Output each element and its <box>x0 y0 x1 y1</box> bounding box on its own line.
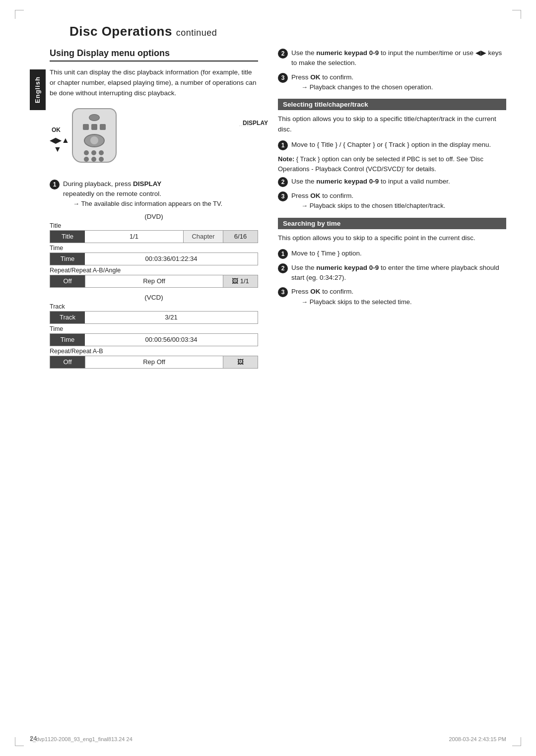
dvd-title-c2: 1/1 <box>85 231 183 243</box>
remote-diagram: OK ·········· ······ DISPLAY ◀▶▲▼ <box>50 106 258 170</box>
footer-right: 2008-03-24 2:43:15 PM <box>449 736 506 742</box>
rg3 <box>99 150 104 155</box>
sub1-heading: Selecting title/chaper/track <box>278 99 506 110</box>
step2-content: Use the numeric keypad 0-9 to input the … <box>291 48 506 68</box>
remote-btn-s1 <box>83 124 89 130</box>
dvd-label: (DVD) <box>50 213 258 220</box>
remote-btn-row1 <box>83 124 106 130</box>
footer: 1_dvp1120-2008_93_eng1_final813.24 24 20… <box>30 736 506 742</box>
right-column: 2 Use the numeric keypad 0-9 to input th… <box>278 48 506 372</box>
dvd-panel: (DVD) Title Title 1/1 Chapter 6/16 Time … <box>50 213 258 288</box>
step1-text: During playback, press <box>63 180 133 188</box>
step3: 3 Press OK to confirm. Playback changes … <box>278 72 506 92</box>
arrow-label: ◀▶▲▼ <box>50 135 69 154</box>
sub2-step3-num: 3 <box>278 287 288 297</box>
remote-btn-s3 <box>100 124 106 130</box>
sub1-step3-num: 3 <box>278 191 288 201</box>
remote-btn-grid <box>84 150 105 162</box>
sub1-step2: 2 Use the numeric keypad 0-9 to input a … <box>278 177 506 187</box>
vcd-time-label: Time <box>50 325 258 332</box>
sub2-step3: 3 Press OK to confirm. Playback skips to… <box>278 287 506 307</box>
step3-num: 3 <box>278 73 288 83</box>
sub1-step1-num: 1 <box>278 140 288 150</box>
step2: 2 Use the numeric keypad 0-9 to input th… <box>278 48 506 68</box>
dvd-time-row: Time 00:03:36/01:22:34 <box>50 252 258 265</box>
sub1-step2-content: Use the numeric keypad 0-9 to input a va… <box>291 177 450 187</box>
sub2-step2: 2 Use the numeric keypad 0-9 to enter th… <box>278 263 506 283</box>
rg4 <box>84 157 89 162</box>
left-column: Using Display menu options This unit can… <box>50 48 258 372</box>
sub1-step1: 1 Move to { Title } / { Chapter } or { T… <box>278 140 506 150</box>
dvd-title-row: Title 1/1 Chapter 6/16 <box>50 230 258 243</box>
vcd-rep-c2: Rep Off <box>85 356 223 368</box>
sub2-step2-num: 2 <box>278 263 288 273</box>
remote-body <box>72 108 117 163</box>
step2-num: 2 <box>278 49 288 59</box>
vcd-repeat-row: Off Rep Off 🖼 <box>50 356 258 369</box>
vcd-track-label: Track <box>50 303 258 310</box>
remote-dpad <box>84 134 105 147</box>
dvd-title-c1: Title <box>50 231 85 243</box>
sub1-step3: 3 Press OK to confirm. Playback skips to… <box>278 191 506 211</box>
step3-arrow: Playback changes to the chosen operation… <box>301 82 433 92</box>
rg6 <box>99 157 104 162</box>
sub2-heading: Searching by time <box>278 218 506 229</box>
dvd-time-c2: 00:03:36/01:22:34 <box>85 253 258 265</box>
step1-bold: DISPLAY <box>133 180 161 188</box>
vcd-time-row: Time 00:00:56/00:03:34 <box>50 333 258 346</box>
dvd-rep-c2: Rep Off <box>85 275 223 287</box>
dvd-rep-c1: Off <box>50 275 85 287</box>
sub1-step3-arrow: Playback skips to the chosen title/chapt… <box>301 201 445 211</box>
step1-content: During playback, press DISPLAY repeatedl… <box>63 179 222 209</box>
step1: 1 During playback, press DISPLAY repeate… <box>50 179 258 209</box>
step1-arrow: The available disc information appears o… <box>73 199 222 209</box>
sub2-step1-num: 1 <box>278 249 288 259</box>
rg5 <box>91 157 96 162</box>
display-label: DISPLAY <box>243 120 268 126</box>
sub2-step1-content: Move to { Time } option. <box>291 249 362 259</box>
dvd-repeat-label: Repeat/Repeat A-B/Angle <box>50 267 258 274</box>
remote-ok-center <box>90 136 98 144</box>
ok-label: OK <box>52 126 61 133</box>
sub2-step3-arrow: Playback skips to the selected time. <box>301 297 412 307</box>
sub1-step2-num: 2 <box>278 177 288 187</box>
sub1-step1-content: Move to { Title } / { Chapter } or { Tra… <box>291 140 491 150</box>
step3-content: Press OK to confirm. Playback changes to… <box>291 72 433 92</box>
vcd-track-c2: 3/21 <box>85 312 258 323</box>
page-title: Disc Operations continued <box>69 24 217 39</box>
vcd-time-c2: 00:00:56/00:03:34 <box>85 334 258 346</box>
vcd-panel: (VCD) Track Track 3/21 Time Time 00:00:5… <box>50 294 258 369</box>
intro-text: This unit can display the disc playback … <box>50 67 258 99</box>
sub1-step3-content: Press OK to confirm. Playback skips to t… <box>291 191 445 211</box>
rg2 <box>91 150 96 155</box>
sub2-step3-content: Press OK to confirm. Playback skips to t… <box>291 287 412 307</box>
vcd-time-c1: Time <box>50 334 85 346</box>
step1-sub: repeatedly on the remote control. <box>63 190 161 197</box>
dvd-title-c3: Chapter <box>183 231 223 243</box>
dvd-title-label: Title <box>50 222 258 229</box>
vcd-rep-c3: 🖼 <box>223 356 258 368</box>
vcd-repeat-label: Repeat/Repeat A-B <box>50 348 258 355</box>
dvd-rep-c3: 🖼 1/1 <box>223 275 258 287</box>
vcd-track-row: Track 3/21 <box>50 311 258 324</box>
rg1 <box>84 150 89 155</box>
section-heading: Using Display menu options <box>50 48 258 62</box>
vcd-track-c1: Track <box>50 312 85 323</box>
step1-num: 1 <box>50 180 60 189</box>
vcd-label: (VCD) <box>50 294 258 301</box>
dvd-repeat-row: Off Rep Off 🖼 1/1 <box>50 275 258 288</box>
sub2-step2-content: Use the numeric keypad 0-9 to enter the … <box>291 263 506 283</box>
dvd-title-c4: 6/16 <box>223 231 258 243</box>
footer-left: 1_dvp1120-2008_93_eng1_final813.24 24 <box>30 736 133 742</box>
vcd-rep-c1: Off <box>50 356 85 368</box>
sub1-note: Note: { Track } option can only be selec… <box>278 154 506 174</box>
sub2-intro: This option allows you to skip to a spec… <box>278 233 506 244</box>
sub1-intro: This option allows you to skip to a spec… <box>278 114 506 135</box>
dvd-time-c1: Time <box>50 253 85 265</box>
sub2-step1: 1 Move to { Time } option. <box>278 249 506 259</box>
remote-btn-s2 <box>91 124 97 130</box>
remote-btn-top <box>89 114 100 121</box>
dvd-time-label: Time <box>50 245 258 252</box>
